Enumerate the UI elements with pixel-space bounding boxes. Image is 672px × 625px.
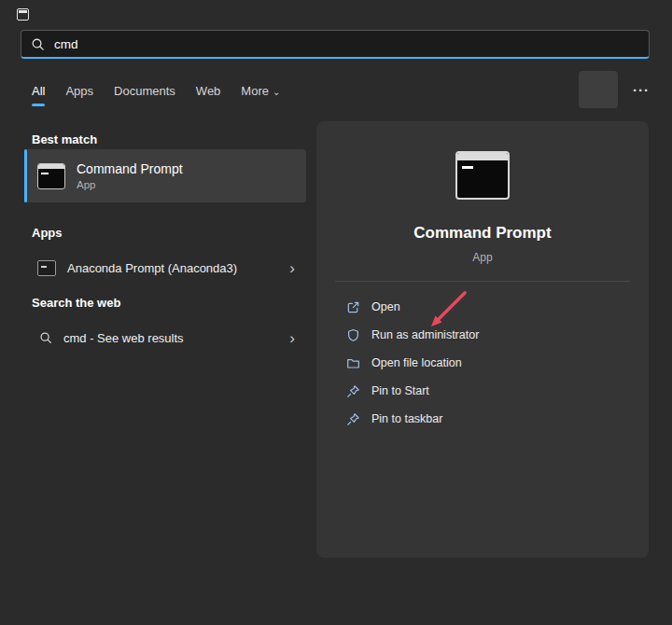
tab-documents[interactable]: Documents (114, 84, 175, 106)
action-label: Open file location (371, 356, 462, 369)
apps-heading: Apps (32, 226, 63, 240)
command-prompt-icon-large (455, 151, 510, 200)
chevron-right-icon[interactable]: › (289, 330, 295, 346)
tab-more-label: More (241, 84, 269, 98)
action-pin-to-start[interactable]: Pin to Start (346, 377, 649, 405)
best-match-heading: Best match (32, 132, 97, 146)
best-match-subtitle: App (77, 179, 183, 190)
tab-more[interactable]: More⌄ (241, 84, 280, 106)
options-ellipsis-button[interactable]: ··· (633, 82, 650, 98)
tab-documents-label: Documents (114, 84, 175, 98)
preview-subtitle: App (316, 251, 649, 264)
divider (335, 281, 630, 282)
anaconda-prompt-icon (37, 260, 56, 276)
folder-icon (346, 356, 360, 370)
tab-web[interactable]: Web (196, 84, 221, 106)
search-filter-tabs: All Apps Documents Web More⌄ (32, 84, 280, 106)
chevron-down-icon: ⌄ (273, 87, 280, 97)
selection-accent-bar (24, 149, 27, 202)
tab-all[interactable]: All (32, 84, 45, 106)
action-open-file-location[interactable]: Open file location (346, 349, 649, 377)
action-open[interactable]: Open (346, 293, 649, 321)
preview-icon-wrap (316, 151, 649, 200)
best-match-title: Command Prompt (77, 161, 183, 176)
action-label: Open (371, 300, 400, 313)
tab-web-label: Web (196, 84, 221, 98)
best-match-result[interactable]: Command Prompt App (24, 149, 306, 202)
search-icon (31, 37, 45, 51)
action-label: Pin to Start (371, 384, 429, 397)
pin-icon (346, 412, 360, 426)
result-label: Anaconda Prompt (Anaconda3) (67, 261, 278, 275)
action-pin-to-taskbar[interactable]: Pin to taskbar (346, 405, 649, 433)
search-bar[interactable] (21, 30, 650, 59)
command-prompt-icon (37, 163, 65, 189)
account-button[interactable] (579, 71, 618, 108)
pin-icon (346, 384, 360, 398)
result-web-search[interactable]: cmd - See web results › (24, 318, 306, 357)
search-icon (39, 331, 52, 344)
action-label: Pin to taskbar (371, 412, 442, 425)
result-label: cmd - See web results (63, 331, 278, 345)
tab-all-label: All (32, 84, 45, 98)
tab-apps-label: Apps (65, 84, 93, 98)
search-the-web-heading: Search the web (32, 296, 120, 310)
action-list: Open Run as administrator Open file loca… (346, 293, 649, 433)
search-input[interactable] (54, 37, 639, 51)
result-anaconda-prompt[interactable]: Anaconda Prompt (Anaconda3) › (24, 248, 306, 287)
action-run-as-administrator[interactable]: Run as administrator (346, 321, 649, 349)
window-icon (17, 8, 29, 21)
action-label: Run as administrator (371, 328, 479, 341)
chevron-right-icon[interactable]: › (289, 260, 295, 276)
open-icon (346, 300, 360, 314)
tab-apps[interactable]: Apps (65, 84, 93, 106)
best-match-text: Command Prompt App (77, 161, 183, 190)
preview-title: Command Prompt (316, 224, 649, 243)
shield-icon (346, 328, 360, 342)
preview-panel: Command Prompt App Open Run as administr… (316, 121, 649, 558)
